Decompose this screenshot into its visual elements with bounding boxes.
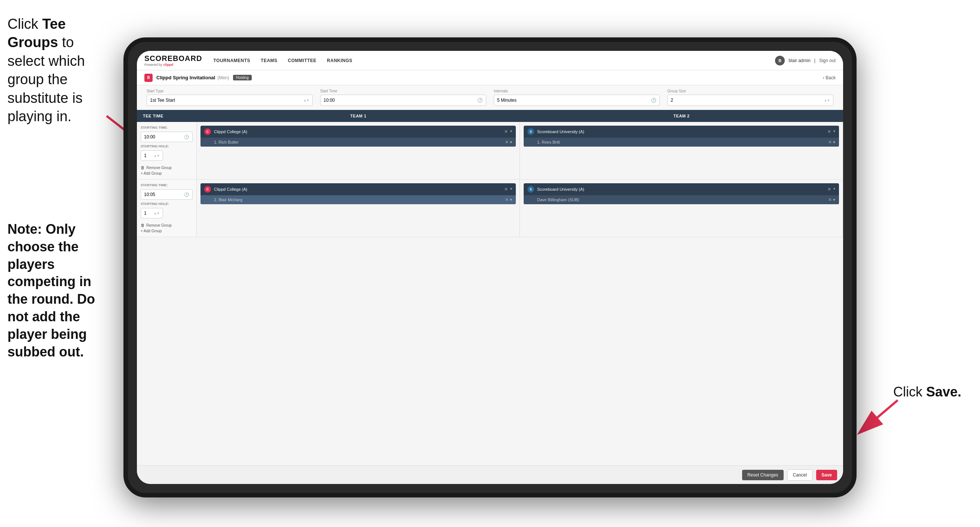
- hole-value-2: 1: [144, 210, 146, 216]
- player-name-1-2: 2. Blair McHarg: [214, 197, 242, 202]
- team1-chevron-icon-1[interactable]: ▾: [510, 129, 512, 134]
- starting-time-input-2[interactable]: 10:05 🕐: [141, 189, 192, 200]
- remove-group-btn-2[interactable]: 🗑 Remove Group: [141, 223, 192, 228]
- team1-remove-icon-1[interactable]: ✕: [504, 129, 508, 134]
- team2-name-2: Scoreboard University (A): [537, 187, 824, 191]
- tablet-screen: SCOREBOARD Powered by clippd TOURNAMENTS…: [137, 51, 843, 484]
- clock-icon: 🕐: [477, 98, 483, 103]
- team2-chevron-icon-2[interactable]: ▾: [834, 187, 835, 192]
- player-name-2-1: 1. Rees Britt: [537, 140, 560, 144]
- team2-card-1[interactable]: S Scoreboard University (A) ✕ ▾ 1. Rees …: [523, 126, 839, 146]
- nav-user: B blair admin | Sign out: [775, 56, 835, 65]
- action-bar: Reset Changes Cancel Save: [137, 465, 843, 484]
- group-size-spinner: ▲▼: [824, 99, 830, 102]
- intervals-clock-icon: 🕐: [651, 98, 657, 103]
- click-save-prefix: Click: [893, 384, 926, 400]
- group-size-label: Group Size: [667, 89, 834, 93]
- start-time-input[interactable]: 10:00 🕐: [320, 95, 486, 106]
- team1-name-2: Clippd College (A): [214, 187, 501, 191]
- back-button[interactable]: ‹ Back: [823, 75, 835, 80]
- note-instruction: Note: Only choose the players competing …: [0, 221, 116, 361]
- tournament-gender: (Men): [217, 75, 229, 80]
- starting-hole-input-1[interactable]: 1 ▲▼: [141, 150, 163, 161]
- nav-rankings[interactable]: RANKINGS: [327, 58, 352, 63]
- groups-content: STARTING TIME: 10:00 🕐 STARTING HOLE: 1 …: [137, 122, 843, 465]
- trash-icon-1: 🗑: [141, 165, 145, 170]
- starting-time-label-2: STARTING TIME:: [141, 183, 192, 187]
- team1-actions-1: ✕ ▾: [504, 129, 512, 134]
- player-remove-2-2[interactable]: ✕ ▾: [828, 197, 835, 202]
- team2-remove-icon-1[interactable]: ✕: [827, 129, 831, 134]
- top-navigation: SCOREBOARD Powered by clippd TOURNAMENTS…: [137, 51, 843, 70]
- cancel-button[interactable]: Cancel: [788, 470, 813, 481]
- player-remove-2-1[interactable]: ✕ ▾: [828, 140, 835, 145]
- nav-teams[interactable]: TEAMS: [261, 58, 278, 63]
- team1-icon-1: C: [204, 128, 211, 135]
- spinner-arrows: ▲▼: [303, 99, 309, 102]
- nav-tournaments[interactable]: TOURNAMENTS: [213, 58, 250, 63]
- team1-card-1[interactable]: C Clippd College (A) ✕ ▾ 1. Rich Butler: [200, 126, 516, 146]
- add-group-btn-2[interactable]: + Add Group: [141, 229, 192, 233]
- breadcrumb-logo: B: [145, 74, 153, 82]
- sign-out-link[interactable]: Sign out: [819, 58, 835, 63]
- time-value-2: 10:05: [144, 192, 155, 197]
- svg-line-3: [860, 400, 898, 432]
- starting-time-input-1[interactable]: 10:00 🕐: [141, 132, 192, 142]
- groups-container: STARTING TIME: 10:00 🕐 STARTING HOLE: 1 …: [137, 122, 843, 237]
- group-left-1: STARTING TIME: 10:00 🕐 STARTING HOLE: 1 …: [137, 122, 197, 179]
- start-type-group: Start Type 1st Tee Start ▲▼: [143, 89, 317, 106]
- start-type-label: Start Type: [146, 89, 313, 93]
- team2-icon-1: S: [527, 128, 534, 135]
- breadcrumb-bar: B Clippd Spring Invitational (Men) Hosti…: [137, 70, 843, 85]
- team2-actions-1: ✕ ▾: [827, 129, 835, 134]
- team1-cell-2: C Clippd College (A) ✕ ▾ 2. Blair McHarg: [197, 180, 520, 237]
- intervals-input[interactable]: 5 Minutes 🕐: [494, 95, 660, 106]
- time-value-1: 10:00: [144, 134, 155, 140]
- group-actions-1: 🗑 Remove Group + Add Group: [141, 165, 192, 175]
- reset-changes-button[interactable]: Reset Changes: [742, 470, 784, 480]
- nav-separator: |: [814, 58, 815, 63]
- group-size-group: Group Size 2 ▲▼: [663, 89, 837, 106]
- group-row-2: STARTING TIME: 10:05 🕐 STARTING HOLE: 1 …: [137, 180, 843, 237]
- table-header: Tee Time Team 1 Team 2: [137, 110, 843, 122]
- remove-group-btn-1[interactable]: 🗑 Remove Group: [141, 165, 192, 170]
- intervals-label: Intervals: [494, 89, 660, 93]
- team1-actions-2: ✕ ▾: [504, 187, 512, 192]
- player-row-2-1: 1. Rees Britt ✕ ▾: [523, 138, 839, 146]
- starting-hole-label-1: STARTING HOLE:: [141, 144, 192, 148]
- add-group-label-2: + Add Group: [141, 229, 162, 233]
- hole-spinner-2: ▲▼: [154, 212, 160, 215]
- team1-card-2[interactable]: C Clippd College (A) ✕ ▾ 2. Blair McHarg: [200, 183, 516, 204]
- team1-remove-icon-2[interactable]: ✕: [504, 187, 508, 192]
- logo-area: SCOREBOARD Powered by clippd: [145, 54, 202, 67]
- team1-name-1: Clippd College (A): [214, 129, 501, 134]
- team2-card-2[interactable]: S Scoreboard University (A) ✕ ▾ Dave Bil…: [523, 183, 839, 204]
- team2-remove-icon-2[interactable]: ✕: [827, 187, 831, 192]
- team1-icon-2: C: [204, 186, 211, 193]
- group-size-input[interactable]: 2 ▲▼: [667, 95, 834, 106]
- trash-icon-2: 🗑: [141, 223, 145, 228]
- logo-scoreboard: SCOREBOARD: [145, 54, 202, 63]
- add-group-btn-1[interactable]: + Add Group: [141, 171, 192, 175]
- settings-bar: Start Type 1st Tee Start ▲▼ Start Time 1…: [137, 85, 843, 110]
- starting-hole-input-2[interactable]: 1 ▲▼: [141, 208, 163, 218]
- team2-header-1: S Scoreboard University (A) ✕ ▾: [523, 126, 839, 138]
- instruction-prefix: Click: [8, 16, 42, 32]
- team1-chevron-icon-2[interactable]: ▾: [510, 187, 512, 192]
- click-save-label: Click Save.: [893, 384, 961, 400]
- click-save-bold: Save.: [926, 384, 961, 400]
- player-remove-1-2[interactable]: ✕ ▾: [505, 197, 512, 202]
- starting-hole-label-2: STARTING HOLE:: [141, 202, 192, 206]
- start-type-input[interactable]: 1st Tee Start ▲▼: [146, 95, 313, 106]
- team2-icon-2: S: [527, 186, 534, 193]
- team1-header-1: C Clippd College (A) ✕ ▾: [200, 126, 516, 138]
- team1-header-2: C Clippd College (A) ✕ ▾: [200, 183, 516, 195]
- team2-chevron-icon-1[interactable]: ▾: [834, 129, 835, 134]
- tablet-frame: SCOREBOARD Powered by clippd TOURNAMENTS…: [123, 37, 857, 497]
- save-button[interactable]: Save: [816, 470, 837, 480]
- player-remove-1-1[interactable]: ✕ ▾: [505, 140, 512, 145]
- nav-committee[interactable]: COMMITTEE: [288, 58, 317, 63]
- team2-header-2: S Scoreboard University (A) ✕ ▾: [523, 183, 839, 195]
- group-actions-2: 🗑 Remove Group + Add Group: [141, 223, 192, 233]
- player-name-1-1: 1. Rich Butler: [214, 140, 239, 144]
